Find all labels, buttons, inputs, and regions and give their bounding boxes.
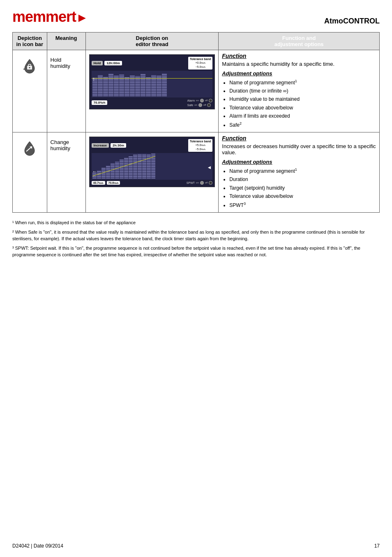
bar13 [157, 76, 161, 96]
humidity-end: 70.6%rh [107, 181, 120, 185]
editor-preview-hold: Hold 12h:00m Tolerance band +0.0%rh −5.0… [89, 54, 215, 109]
editor-top-bar-change: Increase 2h:30m Tolerance band +5.0%rh −… [92, 139, 213, 152]
editor-bottom-change: 40.7%rh 70.6%rh SPWT on off [92, 181, 213, 185]
bar10 [141, 74, 145, 96]
adj-item: Name of programme segment1 [229, 167, 376, 175]
alarm-label: Alarm [187, 99, 195, 102]
tolerance-panel-change: Tolerance band +5.0%rh −5.0%rh [188, 139, 212, 152]
main-table: Depiction in icon bar Meaning Depiction … [12, 32, 380, 213]
depiction-cell-hold: Hold 12h:00m Tolerance band +0.0%rh −5.0… [85, 50, 219, 132]
page: memmert► AtmoCONTROL Depiction in icon b… [0, 0, 392, 557]
icon-cell-hold [13, 50, 47, 132]
adjustment-title-hold: Adjustment options [222, 70, 376, 77]
left-arrow: ← [92, 169, 97, 174]
function-section-change: Function Increases or decreases humidity… [222, 135, 376, 209]
bar9 [135, 76, 140, 96]
safe-row: Safe on off [187, 103, 213, 107]
logo-text: memmert► [12, 8, 88, 26]
alarm-dot-on [200, 99, 204, 102]
adj-item: Humidity value to be main­tained [229, 95, 376, 103]
function-section-hold: Function Maintains a specific humidity f… [222, 53, 376, 129]
doc-id: D24042 | Date 09/2014 [12, 543, 63, 549]
editor-bottom-hold: 70.0%rh Alarm on off Saf [92, 99, 213, 107]
hold-humidity-icon-wrapper [16, 53, 44, 79]
humidity-start: 40.7%rh [92, 181, 105, 185]
change-humidity-label: Changehumidity [51, 135, 82, 151]
change-humidity-icon-wrapper [16, 135, 44, 161]
bar6 [119, 74, 124, 96]
col-header-icon: Depiction in icon bar [13, 32, 47, 50]
depiction-cell-change: Increase 2h:30m Tolerance band +5.0%rh −… [85, 132, 219, 213]
hold-time: 12h:00m [104, 61, 122, 65]
humidity-display-hold: 70.0%rh [92, 100, 108, 105]
editor-top-bar-hold: Hold 12h:00m Tolerance band +0.0%rh −5.0… [92, 57, 213, 70]
safe-dot-on [198, 103, 202, 107]
safe-label: Safe [187, 104, 193, 107]
spwt-panel: SPWT on off [187, 181, 212, 185]
footnotes-section: ¹ When run, this is displayed in the sta… [12, 219, 380, 258]
function-title-change: Function [222, 135, 376, 142]
adj-item: Duration (time or infinite ∞) [229, 87, 376, 95]
footnote-3: ³ SPWT: Setpoint wait. If this is "on", … [12, 245, 380, 258]
table-row: Changehumidity Increase 2h:30m Tolerance… [13, 132, 380, 213]
adj-item: Name of programme segment1 [229, 78, 376, 87]
chart-area-hold: ↑ [92, 71, 213, 97]
off-label-spwt: off [205, 181, 208, 184]
app-name: AtmoCONTROL [324, 17, 380, 26]
table-row: Holdhumidity Hold 12h:00m Tolerance band… [13, 50, 380, 132]
meaning-cell-change: Changehumidity [47, 132, 85, 213]
bar7 [125, 77, 129, 96]
col-header-function: Function and adjustment options [219, 32, 380, 50]
bar5 [114, 76, 119, 96]
spwt-dot-off [209, 181, 212, 185]
on-label-alarm: on [196, 99, 199, 102]
page-number: 17 [374, 543, 380, 549]
arrow-indicator: ↑ [92, 76, 95, 82]
hold-btn: Hold [92, 61, 103, 65]
chart-area-change: ← ◄ [92, 153, 213, 180]
logo: memmert► [12, 8, 88, 26]
footer: D24042 | Date 09/2014 17 [12, 543, 380, 549]
svg-line-5 [92, 156, 155, 176]
humidity-values: 40.7%rh 70.6%rh [92, 181, 120, 185]
off-label-alarm: off [205, 99, 208, 102]
icon-cell-change [13, 132, 47, 213]
increase-btn: Increase [92, 143, 109, 148]
right-arrow: ◄ [207, 165, 212, 170]
adjustment-title-change: Adjustment options [222, 159, 376, 165]
chart-bars-hold [92, 71, 213, 97]
on-label-spwt: on [196, 181, 199, 184]
alarm-dot-off [209, 99, 212, 102]
function-cell-hold: Function Maintains a specific humidity f… [219, 50, 380, 132]
adj-item: Target (setpoint) humidity [229, 184, 376, 192]
adjustment-list-hold: Name of programme segment1 Duration (tim… [222, 78, 376, 129]
header: memmert► AtmoCONTROL [12, 8, 380, 26]
adj-item: Safe2 [229, 121, 376, 129]
col-header-meaning: Meaning [47, 32, 85, 50]
col-header-depiction: Depiction on editor thread [85, 32, 219, 50]
adj-item: Duration [229, 176, 376, 183]
function-cell-change: Function Increases or decreases humidity… [219, 132, 380, 213]
alarm-safe-panel-hold: Alarm on off Safe on [187, 99, 213, 107]
spwt-dot-on [200, 181, 204, 185]
adjustment-list-change: Name of programme segment1 Duration Targ… [222, 167, 376, 209]
hold-humidity-label: Holdhumidity [51, 53, 82, 69]
svg-rect-1 [29, 67, 30, 68]
adj-item: SPWT3 [229, 201, 376, 209]
spwt-label: SPWT [187, 181, 195, 184]
bar3 [103, 77, 108, 96]
safe-dot-off [207, 103, 211, 107]
adj-item: Alarm if limits are exceeded [229, 112, 376, 120]
alarm-row: Alarm on off [187, 99, 213, 102]
change-humidity-icon [21, 139, 39, 157]
meaning-cell-hold: Holdhumidity [47, 50, 85, 132]
hold-humidity-icon [21, 57, 39, 75]
tolerance-panel-hold: Tolerance band +0.0%rh −5.0%rh [188, 57, 212, 70]
target-line-hold [92, 78, 213, 79]
adj-item: Tolerance value above/below [229, 193, 376, 200]
footnote-2: ² When Safe is "on", it is ensured that … [12, 229, 380, 242]
change-time: 2h:30m [111, 143, 126, 148]
on-label-safe: on [194, 104, 197, 106]
function-desc-change: Increases or decreases humidity over a s… [222, 143, 376, 155]
function-title-hold: Function [222, 53, 376, 59]
